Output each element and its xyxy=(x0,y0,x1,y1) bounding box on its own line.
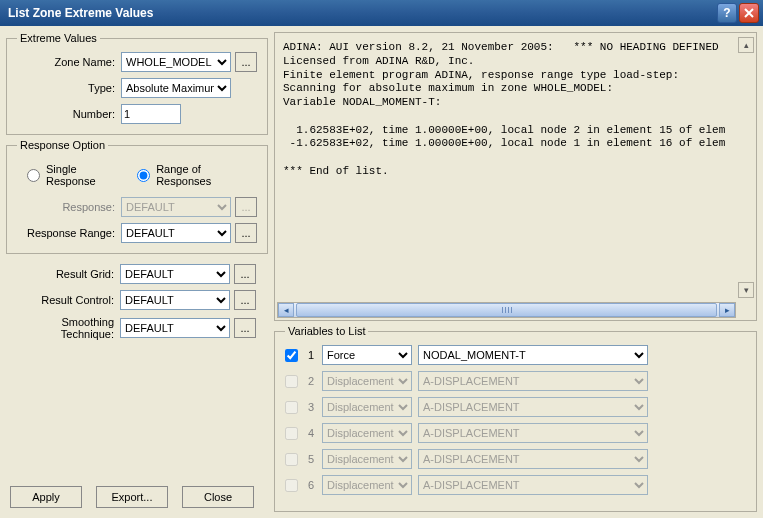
result-grid-browse-button[interactable]: ... xyxy=(234,264,256,284)
variable-check xyxy=(285,375,298,388)
variable-number: 3 xyxy=(306,401,316,413)
result-grid-select[interactable]: DEFAULT xyxy=(120,264,230,284)
extreme-values-legend: Extreme Values xyxy=(17,32,100,44)
titlebar: List Zone Extreme Values ? xyxy=(0,0,763,26)
response-range-select[interactable]: DEFAULT xyxy=(121,223,231,243)
variable-name-select: A-DISPLACEMENT xyxy=(418,397,648,417)
variable-row: 1ForceNODAL_MOMENT-T xyxy=(285,345,746,365)
scroll-up-icon[interactable]: ▴ xyxy=(738,37,754,53)
scroll-down-icon[interactable]: ▾ xyxy=(738,282,754,298)
variable-number: 2 xyxy=(306,375,316,387)
variable-name-select: A-DISPLACEMENT xyxy=(418,449,648,469)
window-close-button[interactable] xyxy=(739,3,759,23)
scroll-thumb[interactable] xyxy=(296,303,717,317)
type-select[interactable]: Absolute Maximum xyxy=(121,78,231,98)
variable-row: 6DisplacementA-DISPLACEMENT xyxy=(285,475,746,495)
variable-number: 1 xyxy=(306,349,316,361)
number-input[interactable] xyxy=(121,104,181,124)
variable-category-select: Displacement xyxy=(322,475,412,495)
variable-check xyxy=(285,427,298,440)
response-range-browse-button[interactable]: ... xyxy=(235,223,257,243)
close-button[interactable]: Close xyxy=(182,486,254,508)
variable-number: 6 xyxy=(306,479,316,491)
response-option-legend: Response Option xyxy=(17,139,108,151)
close-icon xyxy=(744,8,754,18)
variable-name-select: A-DISPLACEMENT xyxy=(418,423,648,443)
variable-check xyxy=(285,479,298,492)
range-responses-option[interactable]: Range of Responses xyxy=(137,163,247,187)
variable-check xyxy=(285,401,298,414)
extreme-values-group: Extreme Values Zone Name: WHOLE_MODEL ..… xyxy=(6,32,268,135)
output-panel: ADINA: AUI version 8.2, 21 November 2005… xyxy=(274,32,757,321)
variable-number: 4 xyxy=(306,427,316,439)
apply-button[interactable]: Apply xyxy=(10,486,82,508)
variable-row: 5DisplacementA-DISPLACEMENT xyxy=(285,449,746,469)
result-control-label: Result Control: xyxy=(6,294,116,306)
result-control-browse-button[interactable]: ... xyxy=(234,290,256,310)
variable-name-select: A-DISPLACEMENT xyxy=(418,475,648,495)
scroll-right-icon[interactable]: ▸ xyxy=(719,303,735,317)
variable-category-select: Displacement xyxy=(322,397,412,417)
range-responses-radio[interactable] xyxy=(137,169,150,182)
smoothing-select[interactable]: DEFAULT xyxy=(120,318,230,338)
variables-group: Variables to List 1ForceNODAL_MOMENT-T2D… xyxy=(274,325,757,512)
variable-category-select: Displacement xyxy=(322,371,412,391)
scroll-left-icon[interactable]: ◂ xyxy=(278,303,294,317)
output-horizontal-scrollbar[interactable]: ◂ ▸ xyxy=(277,302,736,318)
variable-check xyxy=(285,453,298,466)
output-vertical-scrollbar[interactable]: ▴ ▾ xyxy=(738,37,754,298)
variable-name-select[interactable]: NODAL_MOMENT-T xyxy=(418,345,648,365)
variable-category-select: Displacement xyxy=(322,449,412,469)
result-control-select[interactable]: DEFAULT xyxy=(120,290,230,310)
zone-name-browse-button[interactable]: ... xyxy=(235,52,257,72)
variable-check[interactable] xyxy=(285,349,298,362)
variable-row: 3DisplacementA-DISPLACEMENT xyxy=(285,397,746,417)
window-title: List Zone Extreme Values xyxy=(8,6,717,20)
single-response-option[interactable]: Single Response xyxy=(27,163,119,187)
response-option-group: Response Option Single Response Range of… xyxy=(6,139,268,254)
zone-name-label: Zone Name: xyxy=(17,56,117,68)
help-button[interactable]: ? xyxy=(717,3,737,23)
response-select: DEFAULT xyxy=(121,197,231,217)
smoothing-label: Smoothing Technique: xyxy=(6,316,116,340)
single-response-label: Single Response xyxy=(46,163,119,187)
response-label: Response: xyxy=(17,201,117,213)
variable-number: 5 xyxy=(306,453,316,465)
response-browse-button: ... xyxy=(235,197,257,217)
range-responses-label: Range of Responses xyxy=(156,163,247,187)
variable-category-select[interactable]: Force xyxy=(322,345,412,365)
response-range-label: Response Range: xyxy=(17,227,117,239)
type-label: Type: xyxy=(17,82,117,94)
zone-name-select[interactable]: WHOLE_MODEL xyxy=(121,52,231,72)
result-grid-label: Result Grid: xyxy=(6,268,116,280)
export-button[interactable]: Export... xyxy=(96,486,168,508)
output-text: ADINA: AUI version 8.2, 21 November 2005… xyxy=(275,33,756,300)
variable-row: 2DisplacementA-DISPLACEMENT xyxy=(285,371,746,391)
variable-row: 4DisplacementA-DISPLACEMENT xyxy=(285,423,746,443)
variable-category-select: Displacement xyxy=(322,423,412,443)
number-label: Number: xyxy=(17,108,117,120)
smoothing-browse-button[interactable]: ... xyxy=(234,318,256,338)
variables-legend: Variables to List xyxy=(285,325,368,337)
variable-name-select: A-DISPLACEMENT xyxy=(418,371,648,391)
single-response-radio[interactable] xyxy=(27,169,40,182)
